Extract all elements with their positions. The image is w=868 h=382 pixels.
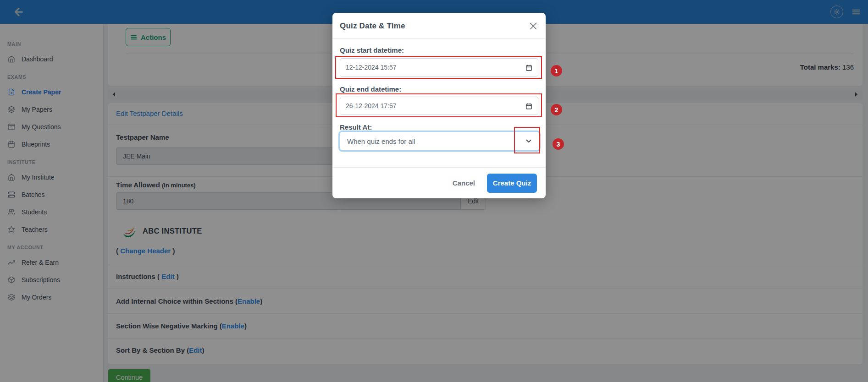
create-quiz-button[interactable]: Create Quiz <box>487 174 537 193</box>
annotation-step-2-badge: 2 <box>551 104 562 115</box>
calendar-picker-icon[interactable] <box>525 64 532 71</box>
quiz-datetime-modal: Quiz Date & Time Quiz start datetime: 12… <box>332 13 546 198</box>
quiz-end-label: Quiz end datetime: <box>340 85 401 93</box>
modal-footer: Cancel Create Quiz <box>332 167 546 198</box>
quiz-end-datetime-input[interactable]: 26-12-2024 17:57 <box>340 97 538 115</box>
modal-title: Quiz Date & Time <box>340 22 405 31</box>
cancel-button[interactable]: Cancel <box>453 179 475 187</box>
close-icon[interactable] <box>528 21 538 31</box>
result-at-select[interactable]: When quiz ends for all <box>338 131 541 152</box>
annotation-step-3-badge: 3 <box>553 138 564 150</box>
quiz-start-datetime-input[interactable]: 12-12-2024 15:57 <box>340 58 538 76</box>
quiz-start-datetime-value: 12-12-2024 15:57 <box>346 64 525 71</box>
quiz-start-label: Quiz start datetime: <box>340 46 404 54</box>
modal-header: Quiz Date & Time <box>332 13 546 39</box>
result-at-selected-value: When quiz ends for all <box>347 137 525 145</box>
result-at-label: Result At: <box>340 123 372 131</box>
chevron-down-icon[interactable] <box>525 137 533 145</box>
quiz-end-datetime-value: 26-12-2024 17:57 <box>346 102 525 109</box>
annotation-step-1-badge: 1 <box>551 65 562 76</box>
calendar-picker-icon[interactable] <box>525 103 532 109</box>
